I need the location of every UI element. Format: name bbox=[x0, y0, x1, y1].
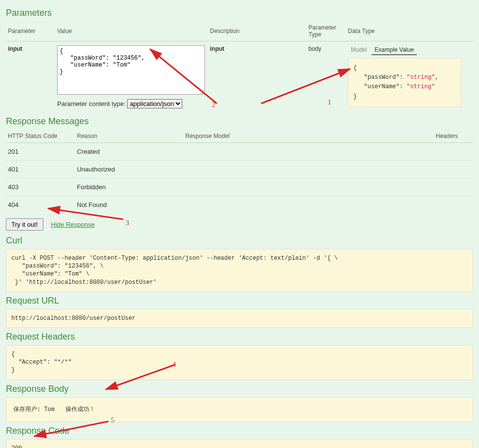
table-row: 401Unauthorized bbox=[6, 161, 473, 178]
param-type: body bbox=[307, 41, 346, 113]
parameters-heading: Parameters bbox=[6, 8, 473, 18]
request-headers-block: { "Accept": "*/*" } bbox=[6, 345, 473, 380]
response-body-heading: Response Body bbox=[6, 384, 473, 394]
status-reason: Created bbox=[75, 143, 183, 161]
col-parameter: Parameter bbox=[6, 21, 55, 41]
request-url-block: http://localhost:8080/user/postUser bbox=[6, 309, 473, 328]
tab-example-value[interactable]: Example Value bbox=[372, 45, 417, 55]
curl-block: curl -X POST --header 'Content-Type: app… bbox=[6, 249, 473, 292]
response-code-heading: Response Code bbox=[6, 426, 473, 436]
param-row: input Parameter content type: applicatio… bbox=[6, 41, 473, 113]
table-row: 201Created bbox=[6, 143, 473, 161]
col-data-type: Data Type bbox=[346, 21, 473, 41]
request-url-heading: Request URL bbox=[6, 296, 473, 306]
table-row: 403Forbidden bbox=[6, 178, 473, 196]
status-reason: Forbidden bbox=[75, 178, 183, 196]
example-json-box[interactable]: { "passWord": "string", "userName": "str… bbox=[348, 58, 461, 107]
status-code: 403 bbox=[6, 178, 75, 196]
status-code: 404 bbox=[6, 196, 75, 214]
col-status: HTTP Status Code bbox=[6, 130, 75, 143]
content-type-select[interactable]: application/json bbox=[127, 99, 182, 108]
parameters-table: Parameter Value Description Parameter Ty… bbox=[6, 21, 473, 112]
param-description: input bbox=[208, 41, 307, 113]
request-headers-heading: Request Headers bbox=[6, 332, 473, 342]
col-description: Description bbox=[208, 21, 307, 41]
col-value: Value bbox=[55, 21, 208, 41]
response-code-block: 200 bbox=[6, 439, 473, 448]
col-reason: Reason bbox=[75, 130, 183, 143]
col-headers: Headers bbox=[434, 130, 473, 143]
col-model: Response Model bbox=[183, 130, 434, 143]
param-name: input bbox=[6, 41, 55, 113]
col-parameter-type: Parameter Type bbox=[307, 21, 346, 41]
response-messages-table: HTTP Status Code Reason Response Model H… bbox=[6, 130, 473, 213]
content-type-label: Parameter content type: bbox=[57, 100, 126, 107]
table-row: 404Not Found bbox=[6, 196, 473, 214]
response-messages-heading: Response Messages bbox=[6, 116, 473, 127]
try-it-out-button[interactable]: Try it out! bbox=[6, 218, 43, 231]
param-value-input[interactable] bbox=[57, 45, 205, 95]
tab-model[interactable]: Model bbox=[348, 45, 370, 54]
hide-response-link[interactable]: Hide Response bbox=[51, 221, 95, 228]
status-code: 401 bbox=[6, 161, 75, 178]
status-code: 201 bbox=[6, 143, 75, 161]
status-reason: Not Found bbox=[75, 196, 183, 214]
curl-heading: Curl bbox=[6, 236, 473, 246]
status-reason: Unauthorized bbox=[75, 161, 183, 178]
response-body-block: 保存用户: Tom 操作成功！ bbox=[6, 397, 473, 422]
